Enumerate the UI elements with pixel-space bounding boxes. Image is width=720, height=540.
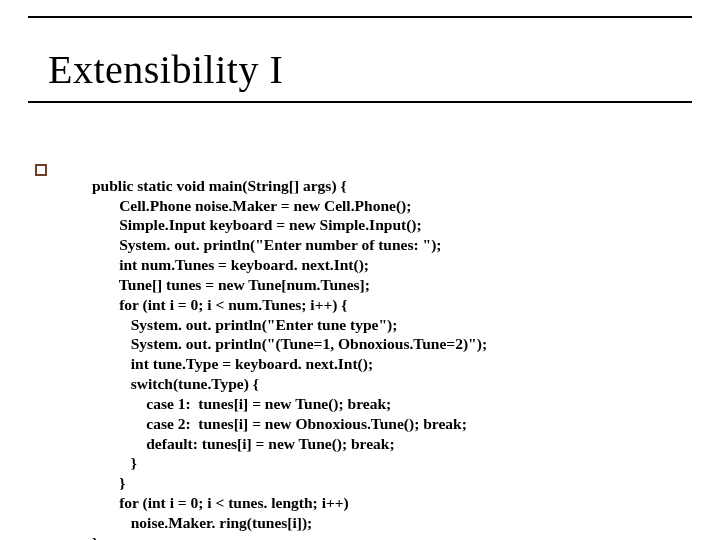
- code-line: }: [92, 454, 137, 471]
- page-title: Extensibility I: [48, 46, 692, 93]
- bullet-icon: [35, 164, 47, 176]
- code-line: Simple.Input keyboard = new Simple.Input…: [92, 216, 422, 233]
- code-line: default: tunes[i] = new Tune(); break;: [92, 435, 395, 452]
- code-line: switch(tune.Type) {: [92, 375, 259, 392]
- code-line: Cell.Phone noise.Maker = new Cell.Phone(…: [92, 197, 411, 214]
- code-line: System. out. println("(Tune=1, Obnoxious…: [92, 335, 487, 352]
- code-line: System. out. println("Enter number of tu…: [92, 236, 441, 253]
- code-line: public static void main(String[] args) {: [92, 177, 347, 194]
- code-line: }: [92, 534, 98, 540]
- code-line: case 2: tunes[i] = new Obnoxious.Tune();…: [92, 415, 467, 432]
- code-line: int tune.Type = keyboard. next.Int();: [92, 355, 373, 372]
- code-line: case 1: tunes[i] = new Tune(); break;: [92, 395, 391, 412]
- code-line: Tune[] tunes = new Tune[num.Tunes];: [92, 276, 370, 293]
- title-divider: [28, 101, 692, 103]
- code-line: for (int i = 0; i < num.Tunes; i++) {: [92, 296, 347, 313]
- code-line: int num.Tunes = keyboard. next.Int();: [92, 256, 369, 273]
- code-line: }: [92, 474, 125, 491]
- code-line: noise.Maker. ring(tunes[i]);: [92, 514, 312, 531]
- code-line: System. out. println("Enter tune type");: [92, 316, 397, 333]
- code-block: public static void main(String[] args) {…: [92, 156, 487, 540]
- code-line: for (int i = 0; i < tunes. length; i++): [92, 494, 349, 511]
